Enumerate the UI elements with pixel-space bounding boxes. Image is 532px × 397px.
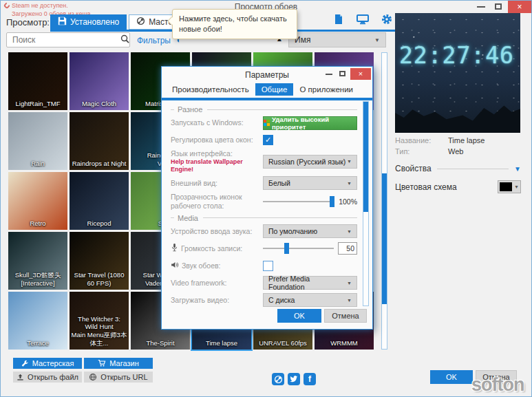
info-field-label: Тип: [395, 147, 448, 155]
settings-row: Загружать видео:С диска▼ [171, 292, 357, 307]
wallpaper-thumbnail-label: Star Travel (1080 60 FPS) [71, 271, 127, 288]
cart-icon [98, 359, 106, 367]
settings-row: Внешний вид:Белый▼ [171, 175, 357, 191]
new-wallpaper-icon[interactable] [333, 14, 344, 25]
dialog-tabs: ПроизводительностьОбщиеО приложении [166, 83, 359, 96]
dropdown[interactable]: Белый▼ [263, 176, 357, 190]
workshop-button[interactable]: Мастерская [13, 358, 82, 369]
dialog-maximize-button[interactable] [339, 71, 345, 76]
dialog-tab-0[interactable]: Производительность [166, 83, 255, 96]
cancel-button-main[interactable]: Отмена [476, 370, 517, 384]
settings-row: Прозрачность иконок рабочего стола:100% [171, 193, 357, 211]
search-icon[interactable] [120, 34, 129, 46]
dropdown[interactable]: Prefer Media Foundation▼ [263, 276, 357, 290]
dropdown[interactable]: По умолчанию▼ [263, 224, 357, 238]
minimize-button[interactable] [477, 6, 485, 8]
wallpaper-thumbnail[interactable]: Magic Cloth [70, 52, 129, 110]
workshop-button-label: Мастерская [32, 359, 74, 367]
settings-control: Белый▼ [263, 176, 357, 190]
slider-thumb[interactable] [330, 196, 334, 207]
dialog-tab-1[interactable]: Общие [255, 83, 294, 96]
checkbox[interactable]: ✓ [263, 135, 273, 145]
wallpaper-thumbnail[interactable]: The Witcher 3: Wild Hunt Main Menu巫师3本体主… [70, 292, 129, 350]
wallpaper-thumbnail[interactable]: Star Travel (1080 60 FPS) [70, 232, 129, 290]
settings-label: Прозрачность иконок рабочего стола: [171, 193, 263, 211]
checkbox[interactable] [263, 261, 273, 271]
wallpaper-thumbnail[interactable]: Ricepod [70, 172, 129, 230]
translate-link[interactable]: Help translate Wallpaper Engine! [171, 158, 263, 174]
settings-label: Громкость записи: [171, 243, 263, 254]
search-box[interactable] [6, 32, 130, 47]
dialog-scrollbar-thumb[interactable] [363, 102, 368, 212]
wallpaper-thumbnail[interactable]: Retro [8, 172, 67, 230]
settings-row: Звук обоев: [171, 258, 357, 274]
view-tab-Установлено[interactable]: Установлено [50, 14, 127, 30]
color-scheme-row: Цветовая схема ▼ [395, 180, 521, 193]
settings-label: Video framework: [171, 279, 263, 288]
group-legend: Media [171, 214, 357, 222]
sort-select[interactable]: Имя ▼ [288, 32, 386, 47]
gear-icon[interactable] [381, 14, 392, 25]
dialog-cancel-button[interactable]: Отмена [324, 309, 367, 323]
settings-label: Язык интерфейса:Help translate Wallpaper… [171, 149, 263, 174]
close-button[interactable]: × [508, 1, 531, 13]
dialog-minimize-button[interactable] [326, 74, 332, 75]
open-file-button[interactable]: Открыть файл [13, 372, 82, 383]
chevron-down-icon: ▼ [347, 229, 352, 234]
settings-label-text: Video framework: [171, 279, 227, 288]
info-field: Тип:Web [395, 147, 485, 155]
search-input[interactable] [11, 34, 120, 45]
chevron-down-icon: ▼ [347, 181, 352, 186]
properties-section: Свойства ▼ [395, 164, 521, 173]
wallpaper-thumbnail[interactable]: Terrace [8, 292, 67, 350]
steam-social-icon[interactable] [272, 373, 284, 385]
dialog-close-button[interactable]: × [350, 68, 371, 80]
wallpaper-thumbnail[interactable]: Rain [8, 112, 67, 170]
speaker-icon [171, 261, 179, 271]
dropdown[interactable]: С диска▼ [263, 293, 357, 307]
settings-label-text: Звук обоев: [182, 261, 220, 270]
settings-label-text: Регулировка цвета окон: [171, 136, 253, 144]
slider[interactable] [263, 243, 334, 254]
dialog-tab-2[interactable]: О приложении [293, 83, 359, 96]
wallpaper-thumbnail[interactable]: Skull_3D骷髅头 [Interactive] [8, 232, 67, 290]
settings-row: Регулировка цвета окон:✓ [171, 132, 357, 148]
wallpaper-thumbnail[interactable]: LightRain_TMF [8, 52, 67, 110]
dropdown-value: Russian (Русский язык) [268, 158, 345, 166]
properties-divider [437, 169, 509, 169]
shop-button[interactable]: Магазин [84, 358, 153, 369]
ok-button-main[interactable]: OK [430, 370, 473, 384]
chevron-down-icon: ▼ [514, 184, 519, 189]
settings-label-text: Язык интерфейса:Help translate Wallpaper… [171, 149, 263, 174]
dropdown[interactable]: Russian (Русский язык)▼ [263, 155, 357, 169]
wallpaper-thumbnail-label: Time lapse [193, 339, 250, 347]
settings-control [263, 242, 357, 255]
settings-label-text: Запускать с Windows: [171, 118, 244, 127]
display-settings-icon[interactable] [357, 14, 369, 25]
settings-control: Russian (Русский язык)▼ [263, 155, 357, 169]
facebook-icon[interactable]: f [304, 373, 316, 385]
remove-priority-button[interactable]: Удалить высокий приоритет [263, 116, 357, 130]
slider-track [263, 248, 334, 249]
slider[interactable] [263, 196, 334, 207]
slider-thumb[interactable] [284, 243, 289, 254]
grid-scrollbar-thumb[interactable] [382, 173, 387, 304]
properties-expand-icon[interactable]: ▼ [514, 165, 521, 173]
dialog-scrollbar[interactable] [363, 101, 369, 306]
settings-row: Video framework:Prefer Media Foundation▼ [171, 275, 357, 291]
maximize-button[interactable] [495, 3, 502, 10]
info-field: Название:Time lapse [395, 136, 485, 144]
globe-icon [89, 373, 97, 381]
settings-label: Загружать видео: [171, 296, 263, 305]
wallpaper-thumbnail[interactable]: Raindrops at Night [70, 112, 129, 170]
open-url-button[interactable]: Открыть URL [84, 372, 153, 383]
color-scheme-dropdown[interactable]: ▼ [498, 180, 521, 193]
twitter-icon[interactable] [288, 373, 300, 385]
grid-scrollbar[interactable] [381, 52, 387, 350]
steam-status-icon [3, 1, 10, 9]
dialog-ok-button[interactable]: OK [277, 309, 321, 323]
settings-control: ✓ [263, 135, 357, 145]
settings-label: Регулировка цвета окон: [171, 136, 263, 144]
color-scheme-label: Цветовая схема [395, 182, 457, 192]
slider-value-input[interactable] [338, 242, 357, 255]
